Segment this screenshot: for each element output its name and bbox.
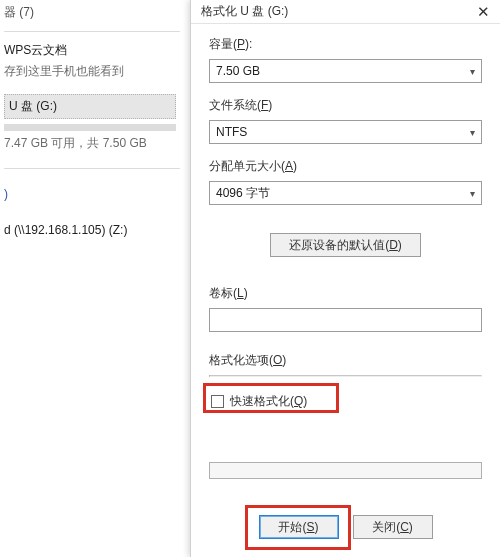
capacity-label: 容量(P): [209,36,482,53]
close-icon[interactable]: ✕ [472,3,494,21]
drive-subtitle: 存到这里手机也能看到 [4,63,190,80]
drive-name: U 盘 (G:) [9,98,171,115]
capacity-value: 7.50 GB [216,64,260,78]
close-button[interactable]: 关闭(C) [353,515,433,539]
group-paren: ) [4,187,190,201]
explorer-group-header: 器 (7) [4,4,190,27]
format-dialog: 格式化 U 盘 (G:) ✕ 容量(P): 7.50 GB ▾ 文件系统(F) … [190,0,500,557]
drive-freespace: 7.47 GB 可用，共 7.50 GB [4,135,190,152]
chevron-down-icon: ▾ [470,188,475,199]
restore-defaults-button[interactable]: 还原设备的默认值(D) [270,233,421,257]
capacity-select[interactable]: 7.50 GB ▾ [209,59,482,83]
dialog-title: 格式化 U 盘 (G:) [201,3,472,20]
highlight-box [245,505,351,550]
allocation-label: 分配单元大小(A) [209,158,482,175]
chevron-down-icon: ▾ [470,127,475,138]
drive-u-selected[interactable]: U 盘 (G:) [4,94,176,119]
filesystem-label: 文件系统(F) [209,97,482,114]
highlight-box [203,383,339,413]
volume-label: 卷标(L) [209,285,482,302]
filesystem-select[interactable]: NTFS ▾ [209,120,482,144]
allocation-value: 4096 字节 [216,185,270,202]
divider [4,31,180,32]
allocation-select[interactable]: 4096 字节 ▾ [209,181,482,205]
storage-bar [4,124,176,131]
filesystem-value: NTFS [216,125,247,139]
titlebar: 格式化 U 盘 (G:) ✕ [191,0,500,24]
chevron-down-icon: ▾ [470,66,475,77]
drive-network[interactable]: d (\\192.168.1.105) (Z:) [4,223,190,237]
divider [209,375,482,377]
divider [4,168,180,169]
progress-bar [209,462,482,479]
options-label: 格式化选项(O) [209,352,482,369]
drive-name: WPS云文档 [4,42,190,59]
drive-wps[interactable]: WPS云文档 存到这里手机也能看到 [4,42,190,80]
volume-input[interactable] [209,308,482,332]
